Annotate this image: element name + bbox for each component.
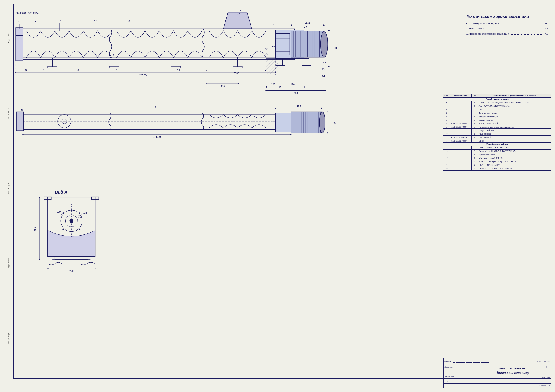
svg-text:5: 5 <box>43 68 44 72</box>
table-row: 14 8 Болт M12x300 ГОСТ 24379.1-80 <box>443 146 551 150</box>
svg-text:9: 9 <box>154 106 156 109</box>
page: Подп. и дата Взам. инв. № Инв. № дубл. П… <box>0 0 555 392</box>
svg-text:17: 17 <box>304 25 307 28</box>
title-block-name: Винтовой конвейер <box>491 370 535 375</box>
svg-text:186: 186 <box>331 121 336 124</box>
svg-text:220: 220 <box>69 269 74 273</box>
table-row: 20 4 Гайка M12x1,25-6H ГОСТ 15521-70 <box>443 167 551 170</box>
svg-text:32500: 32500 <box>153 135 161 138</box>
svg-text:5: 5 <box>21 109 23 112</box>
main-drawing-svg: 08.000.00.000 МВ4 <box>15 6 442 298</box>
svg-rect-101 <box>16 112 24 131</box>
svg-rect-46 <box>304 58 309 66</box>
margin-label-3: Инв. № дубл. <box>7 183 9 194</box>
svg-marker-21 <box>223 12 252 29</box>
svg-point-157 <box>62 212 64 214</box>
margin-label-4: Подп. и дата <box>7 258 9 269</box>
svg-text:10: 10 <box>323 62 326 65</box>
svg-text:19: 19 <box>272 44 275 47</box>
table-row: 18 4 Болт M12x45-6g×30 (5.8) ГОСТ 7798-7… <box>443 160 551 163</box>
svg-text:11: 11 <box>58 20 62 23</box>
svg-text:18: 18 <box>265 47 268 51</box>
svg-text:1000: 1000 <box>333 47 338 50</box>
svg-marker-48 <box>266 58 278 74</box>
svg-text:4: 4 <box>240 9 241 12</box>
table-row: 16 1 Муфта фланцевая <box>443 153 551 156</box>
parts-list-table: Поз. Обозначение Кол. Наименование и доп… <box>443 94 551 171</box>
svg-text:8: 8 <box>128 20 130 23</box>
tc-item-1-label: 1. Производительность, т/сут <box>466 22 501 25</box>
svg-text:125: 125 <box>271 83 275 86</box>
svg-point-158 <box>71 231 72 232</box>
table-row: 9 5 Спиральный лак <box>443 129 551 132</box>
section1-header: Разработанные изделия <box>443 97 551 101</box>
svg-text:Вид А: Вид А <box>55 190 67 195</box>
table-row: 1 1 Секция головная с подшипниками 3кУПК… <box>443 101 551 104</box>
table-row: 12 1 Лист 3х200х2500 ГОСТ 19903-74 <box>443 104 551 108</box>
title-block: Разработ. МВК 01.00.00.000 ВО Винтовой к… <box>443 358 551 388</box>
svg-rect-103 <box>291 112 322 133</box>
svg-point-153 <box>71 210 72 211</box>
lon-iob-label: Лон Іоб <box>542 376 550 380</box>
svg-text:6: 6 <box>77 68 79 72</box>
table-row: 12 МВК 01.12.00.000 Шнек <box>443 139 551 143</box>
svg-text:5000: 5000 <box>234 72 239 75</box>
margin-label-5: Инв. № подл. <box>7 333 9 344</box>
margin-label-1: Подп. и дата <box>7 32 9 43</box>
svg-text:11: 11 <box>177 68 180 72</box>
svg-text:15: 15 <box>322 68 325 71</box>
svg-text:460: 460 <box>297 105 301 108</box>
tc-item-2-value: 0° <box>546 27 548 30</box>
section2-header: Стандартные изделия <box>443 143 551 146</box>
table-row: 6 6 Секция корпуса <box>443 118 551 122</box>
table-row: 8 МВК 01.08.00.000 5 Промежуточная опора… <box>443 125 551 129</box>
tech-characteristics: Техническая характеристика 1. Производит… <box>466 14 548 37</box>
table-row: 3 Опора <box>443 108 551 111</box>
svg-rect-141 <box>55 257 88 259</box>
svg-line-152 <box>61 214 62 216</box>
svg-text:1: 1 <box>18 20 20 24</box>
table-row: 11 МВК 01.11.00.000 2 Вал концевой <box>443 136 551 139</box>
title-block-code: МВК 01.00.00.000 ВО <box>491 367 535 370</box>
tc-item-3-label: 3. Мощность электродвигателя, кВт <box>466 32 509 36</box>
svg-text:7: 7 <box>115 68 117 72</box>
svg-text:14: 14 <box>322 75 325 78</box>
format-value: А1 <box>548 385 550 387</box>
svg-text:2: 2 <box>35 19 36 22</box>
svg-text:20: 20 <box>265 52 268 56</box>
sheets-total: 1 <box>542 364 551 369</box>
svg-text:08.000.00.000 МВ4: 08.000.00.000 МВ4 <box>16 12 38 15</box>
svg-text:610: 610 <box>293 92 298 95</box>
svg-point-155 <box>62 228 64 230</box>
col-pos: Поз. <box>443 94 450 97</box>
sheet-number: 1 <box>536 364 542 369</box>
svg-text:42000: 42000 <box>139 74 147 77</box>
svg-text:2900: 2900 <box>220 85 226 87</box>
table-row: 19 4 Шайба 13 ГОСТ 6402-70 <box>443 163 551 167</box>
col-designation: Обозначение <box>450 94 472 97</box>
svg-text:3: 3 <box>25 68 27 72</box>
margin-labels: Подп. и дата Взам. инв. № Инв. № дубл. П… <box>3 0 14 376</box>
svg-text:ø45: ø45 <box>78 216 82 219</box>
svg-point-43 <box>321 31 328 57</box>
tc-item-3-value: 7,5 <box>545 32 548 36</box>
tc-item-2-label: 2. Угол наклона <box>466 27 485 30</box>
table-row: 17 1 Мотор-редуктор МРШ-130 <box>443 156 551 160</box>
format-label: Формат <box>539 385 546 387</box>
table-row: 7 МВК 01.01.00.000 1 Вал промежуточный <box>443 122 551 125</box>
tech-chars-title: Техническая характеристика <box>466 14 548 19</box>
svg-text:ø75: ø75 <box>57 211 61 214</box>
svg-point-156 <box>79 212 81 214</box>
svg-point-154 <box>79 228 81 230</box>
svg-point-120 <box>319 112 325 133</box>
table-row: 5 1 Разгрузочная секция <box>443 115 551 118</box>
tc-item-1-value: 60 <box>545 22 548 25</box>
col-name: Наименование и дополнительные указания <box>478 94 551 97</box>
svg-text:ø90: ø90 <box>83 212 87 214</box>
margin-label-2: Взам. инв. № <box>7 107 9 118</box>
table-row: 10 1 Рама привода <box>443 132 551 136</box>
svg-text:12: 12 <box>94 20 97 23</box>
svg-rect-18 <box>16 28 23 61</box>
svg-text:6: 6 <box>113 53 115 57</box>
col-qty: Кол. <box>472 94 478 97</box>
